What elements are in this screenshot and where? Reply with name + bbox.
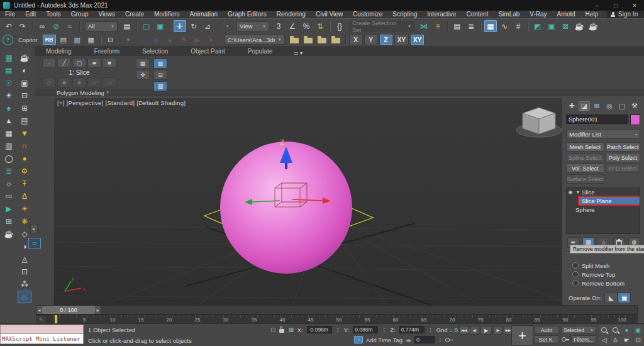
align-icon[interactable]: ≡ — [431, 20, 444, 32]
render-setup-icon[interactable]: ▣ — [545, 20, 558, 32]
film-camera-icon[interactable]: ▤ — [18, 114, 31, 127]
expand-icon[interactable]: ▾ — [574, 189, 582, 195]
polygon-mode-icon[interactable]: ▰ — [87, 58, 101, 68]
unlink-selection-icon[interactable]: ⊘ — [50, 20, 62, 32]
undo-button[interactable]: ↶ — [3, 20, 15, 32]
spot-light-icon[interactable]: ▼ — [18, 127, 31, 140]
light-monitor-icon[interactable]: ⊟ — [18, 89, 31, 102]
modifier-button[interactable]: Vol. Select — [566, 164, 604, 173]
add-time-tag-label[interactable]: Add Time Tag — [366, 337, 402, 343]
poly-tool-icon-4[interactable]: ▱ — [87, 77, 101, 87]
modifier-button[interactable]: Mesh Select — [566, 142, 604, 152]
viewport-layout-tab[interactable]: ▭ — [28, 238, 41, 248]
ribbon-tool-icon-2[interactable]: ✜ — [136, 70, 150, 80]
slice-option-radio[interactable]: Split Mesh — [562, 261, 644, 270]
mirror-icon[interactable]: ⋈ — [418, 20, 430, 32]
menu-item[interactable]: Content — [461, 11, 493, 18]
zoom-extents-icon[interactable]: ● — [621, 325, 632, 335]
select-and-scale-icon[interactable]: ⊿ — [201, 20, 214, 32]
reference-coordinate-select[interactable]: View▼ — [236, 21, 269, 31]
spinner[interactable] — [336, 326, 340, 333]
plugin-icon-1[interactable]: ✦ — [122, 35, 135, 45]
motion-tab-icon[interactable]: ◎ — [604, 101, 615, 111]
key-filter-select[interactable]: Selected ▼ — [561, 326, 596, 334]
axis-xy-flyout-button[interactable]: XY — [410, 34, 425, 45]
z-coord-field[interactable]: 0.774m — [399, 326, 425, 333]
plugin-icon-7[interactable]: ● — [205, 35, 218, 45]
poly-tool-icon-1[interactable]: ◇ — [42, 77, 56, 87]
edge-mode-icon[interactable]: ╱ — [57, 58, 71, 68]
folder-icon-4[interactable] — [330, 35, 342, 45]
axis-x-button[interactable]: X — [349, 34, 363, 45]
modify-tab-icon[interactable]: ◪ — [579, 101, 590, 111]
folder-icon-1[interactable] — [288, 35, 301, 45]
stack-row-slice[interactable]: ◉ ▾ Slice — [567, 188, 640, 196]
menu-item[interactable]: Interactive — [422, 11, 461, 18]
rb-button[interactable]: RB — [43, 35, 56, 45]
teapot-outline-icon[interactable]: ☕ — [2, 228, 16, 240]
curve-editor-icon[interactable]: ∿ — [498, 20, 511, 32]
stack-row-sphere[interactable]: Sphere — [567, 206, 640, 214]
select-and-move-icon[interactable]: ✛ — [174, 20, 186, 32]
viewport-label[interactable]: [+] [Perspective] [Standard] [Default Sh… — [57, 99, 186, 106]
modifier-list-select[interactable]: Modifier List ▾ — [566, 129, 640, 139]
time-slider-prev-button[interactable]: ◀ — [36, 306, 42, 314]
bell-light-icon[interactable]: Δ — [18, 190, 31, 203]
toggle-ribbon-icon[interactable]: ▦ — [484, 20, 497, 32]
operate-on-face-button[interactable]: ◣ — [604, 293, 618, 303]
axis-xy-button[interactable]: XY — [394, 34, 409, 45]
hierarchy-tab-icon[interactable]: ⊞ — [591, 101, 602, 111]
ribbon-display-toggle[interactable]: ▭ ▾ — [290, 50, 306, 56]
toggle-scene-explorer-icon[interactable]: ▤ — [451, 20, 464, 32]
set-key-mode-button[interactable]: Set K. — [534, 335, 559, 343]
ribbon-tool-icon-3[interactable]: ▥ — [153, 59, 167, 69]
modifier-button[interactable]: Patch Select — [606, 142, 640, 152]
tab-object-paint[interactable]: Object Paint — [179, 47, 236, 56]
play-frame-icon[interactable]: ▶ — [2, 203, 16, 215]
object-name-field[interactable]: Sphere001 — [566, 114, 628, 124]
fire-plant-icon[interactable]: ♨ — [18, 291, 31, 303]
layers-stack-icon[interactable]: ≣ — [2, 165, 16, 177]
sun-icon[interactable]: ☀ — [18, 203, 31, 215]
viewport-canvas[interactable]: Z x y — [53, 98, 562, 305]
plugin-icon-4[interactable]: ▲ — [164, 35, 176, 45]
infocenter-help-icon[interactable]: ? — [3, 35, 13, 45]
ring-icon[interactable]: ◯ — [2, 152, 16, 165]
play-button[interactable]: ▶ — [480, 326, 492, 335]
camera-add-icon[interactable]: ▤ — [2, 64, 16, 77]
window-crossing-icon[interactable]: ▣ — [154, 20, 167, 32]
menu-item[interactable]: Create — [120, 11, 149, 18]
lamp-icon[interactable]: Ŧ — [18, 177, 31, 190]
axis-y-button[interactable]: Y — [364, 34, 378, 45]
pan-view-icon[interactable]: ☛ — [621, 335, 632, 345]
menu-item[interactable]: Civil View — [311, 11, 348, 18]
panel-expander-button[interactable]: ▸ — [30, 224, 38, 233]
select-and-rotate-icon[interactable]: ↻ — [187, 20, 200, 32]
modifier-button[interactable]: Poly Select — [606, 153, 640, 162]
absolute-mode-toggle-icon[interactable]: ⊞ — [288, 326, 293, 333]
redo-button[interactable]: ↷ — [16, 20, 29, 32]
schematic-view-icon[interactable]: # — [512, 20, 525, 32]
menu-item[interactable]: Arnold — [552, 11, 580, 18]
mini-curve-editor-button[interactable]: ∿ — [36, 316, 45, 323]
dome-light-icon[interactable]: ∩ — [18, 140, 31, 152]
state-capture-icon[interactable]: ⊡ — [104, 35, 117, 45]
time-tag-icon[interactable]: ◔ — [354, 336, 363, 343]
poly-tool-icon-2[interactable]: ◆ — [57, 77, 71, 87]
mini-listener-pane[interactable]: MAXScript Mini Listener — [0, 334, 84, 344]
folder-icon-2[interactable] — [302, 35, 314, 45]
time-slider[interactable]: ◀ 0 / 100 ▶ — [36, 305, 638, 315]
trees-icon[interactable]: ♠ — [2, 102, 16, 114]
sphere-light-icon[interactable]: ● — [18, 152, 31, 165]
angle-snap-icon[interactable]: ∠ — [286, 20, 299, 32]
zoom-icon[interactable] — [599, 325, 609, 335]
close-button[interactable]: ✕ — [625, 0, 644, 11]
frame-icon[interactable]: ▭ — [2, 190, 16, 203]
plugin-icon-3[interactable]: ◆ — [150, 35, 162, 45]
terrain-icon[interactable]: ◬ — [18, 253, 31, 265]
time-slider-next-button[interactable]: ▶ — [95, 306, 101, 314]
menu-item[interactable]: Scripting — [387, 11, 422, 18]
zoom-extents-all-icon[interactable]: ◉ — [633, 325, 643, 335]
use-center-icon[interactable]: ◔ — [221, 20, 233, 32]
menu-item[interactable]: Edit — [20, 11, 41, 18]
